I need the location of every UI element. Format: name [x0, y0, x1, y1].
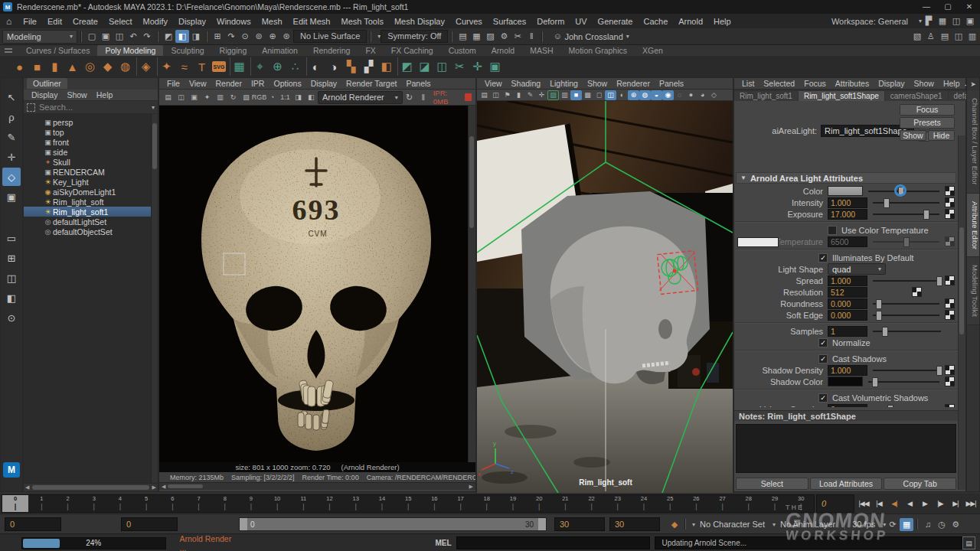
outliner-item[interactable]: top — [24, 127, 152, 137]
shelf-tab[interactable]: Motion Graphics — [561, 45, 635, 56]
shelf-tab[interactable]: FX Caching — [384, 45, 441, 56]
status-icon[interactable]: ▣ — [99, 30, 113, 43]
viewport-scene[interactable]: x y z Rim_light_soft — [477, 101, 733, 493]
viewport-toolbar-icon[interactable]: ▩ — [582, 90, 593, 100]
shelf-icon[interactable]: ▣ — [486, 57, 504, 76]
shelf-icon[interactable]: ● — [11, 57, 28, 76]
status-icon[interactable]: ↷ — [140, 30, 154, 43]
outliner-item[interactable]: RENDERCAM — [24, 167, 152, 177]
shadow-color-slider[interactable] — [868, 377, 939, 386]
timeline-tick[interactable]: 1| — [28, 495, 54, 512]
outliner-item[interactable]: front — [24, 137, 152, 147]
menu-item[interactable]: Mesh Display — [389, 17, 450, 26]
animation-start-field[interactable]: 0 — [5, 517, 61, 531]
exposure-slider[interactable] — [873, 210, 939, 218]
notes-field[interactable] — [736, 424, 956, 473]
volume-samples-slider[interactable] — [873, 405, 939, 407]
menu-item[interactable]: Edit — [42, 17, 67, 26]
menu-item[interactable]: Curves — [450, 17, 488, 26]
render-toolbar-icon[interactable]: 1:1 — [279, 91, 292, 104]
outliner-item[interactable]: persp — [24, 117, 152, 127]
outliner-item[interactable]: Key_Light — [24, 177, 152, 187]
shelf-icon[interactable]: SVG — [212, 61, 226, 72]
refresh-render-icon[interactable]: ↻ — [403, 91, 416, 104]
sidebar-toggle-icon[interactable]: ▧ — [910, 30, 924, 43]
render-toolbar-icon[interactable]: ▧ — [240, 91, 253, 104]
playback-button[interactable]: |◀ — [871, 500, 887, 507]
shelf-tab[interactable]: Curves / Surfaces — [18, 45, 97, 56]
range-end-handle[interactable] — [538, 518, 546, 530]
outliner-item[interactable]: Rim_light_soft — [24, 197, 152, 207]
sidebar-toggle-icon[interactable]: ◫ — [952, 30, 965, 43]
range-start-handle[interactable] — [240, 518, 247, 530]
tool-button[interactable]: ↖ — [2, 88, 21, 106]
spread-slider[interactable] — [873, 276, 939, 285]
render-toolbar-icon[interactable]: ↻ — [227, 91, 240, 104]
playback-button[interactable]: ▶| — [948, 500, 963, 507]
sidebar-vertical-tab[interactable]: Modeling Toolkit — [967, 257, 979, 325]
menu-item[interactable]: File — [18, 17, 42, 26]
color-swatch[interactable] — [828, 186, 863, 196]
viewport-toolbar-icon[interactable]: ■ — [570, 90, 582, 100]
copy-tab-button[interactable]: Copy Tab — [884, 478, 956, 490]
menu-item[interactable]: Display — [27, 90, 62, 99]
playback-range-bar[interactable]: 0 30 — [239, 517, 547, 531]
map-button[interactable] — [945, 209, 955, 219]
timeline-tick[interactable]: 5| — [133, 495, 159, 512]
minimize-button[interactable]: — — [916, 0, 937, 14]
shelf-icon[interactable]: ✛ — [469, 57, 486, 76]
pin-icon[interactable]: ➤ — [970, 78, 976, 90]
menu-item[interactable]: Attributes — [831, 79, 874, 88]
menu-item[interactable]: Cache — [638, 17, 673, 26]
cast-volumetric-shadows-checkbox[interactable] — [818, 393, 828, 403]
viewport-toolbar-icon[interactable]: ◫ — [490, 90, 501, 100]
shelf-icon[interactable]: ◪ — [416, 57, 433, 76]
sidebar-vertical-tab[interactable]: Attribute Editor — [967, 194, 979, 258]
search-input[interactable]: Search... — [39, 103, 149, 112]
playback-button[interactable]: ▶▶| — [963, 500, 978, 507]
shelf-tab[interactable]: MASH — [522, 45, 560, 56]
load-attributes-button[interactable]: Load Attributes — [810, 478, 883, 490]
playback-button[interactable]: ◀ — [902, 500, 917, 507]
playback-button[interactable]: |▶ — [933, 500, 948, 507]
intensity-field[interactable]: 1.000 — [828, 197, 867, 208]
sidebar-vertical-tab[interactable]: Channel Box / Layer Editor — [967, 90, 979, 194]
playback-button[interactable]: ▶ — [917, 500, 933, 507]
live-surface-field[interactable]: No Live Surface — [293, 30, 367, 43]
shelf-icon[interactable]: ◎ — [81, 57, 99, 76]
layout-button[interactable]: ▭ — [2, 229, 21, 247]
shadow-color-swatch[interactable] — [828, 377, 863, 386]
render-shortcut-icon[interactable]: ▨ — [483, 30, 497, 43]
audio-icon[interactable]: ♫ — [921, 518, 935, 531]
timeline-tick[interactable]: 21| — [552, 495, 578, 512]
menu-item[interactable]: Panels — [655, 79, 688, 88]
menubar-icon[interactable]: ▣ — [963, 15, 977, 28]
timeline-tick[interactable]: 26| — [683, 495, 709, 512]
render-toolbar-icon[interactable]: ✦ — [201, 91, 214, 104]
command-line-input[interactable] — [456, 536, 651, 549]
render-toolbar-icon[interactable]: ▥ — [214, 91, 227, 104]
menu-item[interactable]: Modify — [138, 17, 173, 26]
home-icon[interactable]: ⌂ — [0, 16, 18, 27]
selection-mask-icon[interactable]: ◩ — [162, 30, 175, 43]
shelf-tab[interactable]: Poly Modeling — [97, 45, 163, 56]
magnifier-icon[interactable]: ⊙ — [2, 308, 21, 327]
shelf-icon[interactable]: ◑ — [325, 57, 342, 76]
status-icon[interactable]: ◫ — [113, 30, 126, 43]
fps-dropdown[interactable]: 30 fps — [848, 518, 880, 530]
menu-item[interactable]: File — [162, 79, 185, 88]
playback-button[interactable]: |◀◀ — [856, 500, 871, 507]
timeline-tick[interactable]: 4| — [107, 495, 133, 512]
menu-item[interactable]: Show — [910, 79, 939, 88]
menu-item[interactable]: Focus — [799, 79, 831, 88]
time-ruler[interactable]: 0|1|2|3|4|5|6|7|8|9|10|11|12|13|14|15|16… — [2, 494, 815, 513]
focus-button[interactable]: Focus — [900, 104, 955, 116]
snap-icon[interactable]: ⊚ — [252, 30, 266, 43]
command-language-toggle[interactable]: MEL — [436, 539, 452, 547]
timeline-tick[interactable]: 14| — [369, 495, 395, 512]
map-button[interactable] — [945, 365, 955, 375]
viewport-toolbar-icon[interactable]: ◕ — [697, 90, 708, 100]
timeline-tick[interactable]: 7| — [185, 495, 211, 512]
timeline-tick[interactable]: 24| — [631, 495, 657, 512]
map-button[interactable] — [945, 377, 955, 386]
